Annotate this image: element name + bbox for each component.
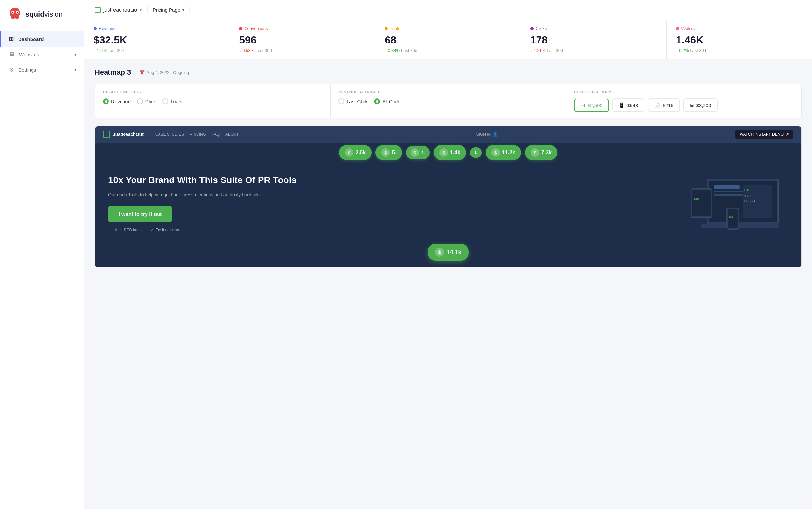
- revenue-change-arrow: ↑: [94, 48, 96, 53]
- hero-cta-button[interactable]: I want to try it out: [108, 206, 172, 223]
- user-icon: 👤: [493, 132, 497, 137]
- conversions-change: ↓ 0.58% Last 30d: [239, 48, 366, 53]
- svg-text:618: 618: [729, 215, 734, 218]
- revenue-change: ↑ 1.6% Last 30d: [94, 48, 221, 53]
- svg-point-4: [17, 12, 18, 13]
- bubble-dollar-icon: $: [491, 148, 500, 157]
- websites-icon: 🖥: [9, 51, 14, 58]
- heatmap-header: Heatmap 3 📅 Aug 4, 2022 - Ongoing: [95, 68, 802, 77]
- heatmap-date: 📅 Aug 4, 2022 - Ongoing: [135, 68, 193, 77]
- bubble-7: $ 7.3k: [525, 145, 557, 160]
- clicks-value: 178: [530, 34, 657, 46]
- logo: squidvision: [0, 0, 84, 29]
- sidebar-item-websites[interactable]: 🖥 Websites ▾: [0, 47, 84, 62]
- trials-change-period: Last 30d: [401, 48, 417, 53]
- bubble-6: $ 11.2k: [486, 145, 521, 160]
- radio-trials-label: Trials: [170, 99, 182, 104]
- radio-last-click-circle: [338, 98, 344, 104]
- clicks-change-pct: 1.21%: [534, 48, 546, 53]
- svg-text:80  221: 80 221: [744, 199, 755, 203]
- other-device-icon: ⊟: [690, 102, 694, 108]
- hero-sub: Outreach Tools to help you get huge pres…: [108, 191, 675, 198]
- bubble-1-value: 2.5k: [356, 150, 366, 156]
- device-buttons: 🖥 $2,592 📱 $543 📄 $215 ⊟: [574, 98, 793, 112]
- visitors-change-arrow: ↑: [676, 48, 678, 53]
- preview-cta-nav: WATCH INSTANT DEMO ↗: [735, 130, 793, 139]
- metric-label-trials: Trials: [385, 26, 512, 31]
- metric-label-clicks: Clicks: [530, 26, 657, 31]
- chevron-down-icon: ▾: [74, 52, 76, 57]
- nav-pricing: PRICING: [190, 132, 206, 137]
- bubble-4-value: 1.4k: [450, 150, 460, 156]
- site-active-dot: [95, 7, 101, 13]
- bubble-1: $ 2.5k: [339, 145, 371, 160]
- clicks-change-period: Last 30d: [547, 48, 563, 53]
- bottom-bubble-value: 14.1k: [447, 249, 461, 256]
- clicks-label-text: Clicks: [535, 26, 547, 31]
- device-heatmaps-group: DEVICE HEATMAPS 🖥 $2,592 📱 $543 📄 $21: [566, 84, 801, 118]
- bottom-bubble: $ 14.1k: [428, 244, 468, 261]
- radio-all-click-circle: [374, 98, 380, 104]
- metric-card-conversions: Conversions 596 ↓ 0.58% Last 30d: [230, 20, 376, 59]
- device-tablet-value: $215: [662, 103, 673, 108]
- bubble-dollar-icon: $: [531, 148, 539, 157]
- preview-hero: 10x Your Brand With This Suite Of PR Too…: [95, 163, 801, 241]
- visitors-change: ↑ 0.2% Last 30d: [676, 48, 803, 53]
- page-selector[interactable]: Pricing Page ▾: [147, 5, 190, 15]
- page-name: Pricing Page: [153, 7, 180, 13]
- bubble-dollar-icon: $: [440, 148, 448, 157]
- trials-label-text: Trials: [390, 26, 400, 31]
- sidebar-item-settings[interactable]: ⚙ Settings ▾: [0, 62, 84, 77]
- heatmap-date-text: Aug 4, 2022 - Ongoing: [147, 70, 189, 75]
- hero-feature-1: ✓ Huge SEO boost: [108, 228, 142, 232]
- check-icon-2: ✓: [151, 228, 154, 232]
- bubble-3: $ 1.: [406, 146, 430, 159]
- svg-text:618: 618: [694, 197, 699, 201]
- check-icon-1: ✓: [108, 228, 111, 232]
- sidebar-item-label: Dashboard: [18, 36, 43, 42]
- revenue-attrib-label: REVENUE ATTRIBU E: [338, 90, 558, 94]
- preview-navbar: JustReachOut CASE STUDIES PRICING FAQ AB…: [95, 126, 801, 142]
- clicks-change: ↓ 1.21% Last 30d: [530, 48, 657, 53]
- device-desktop-value: $2,592: [588, 103, 603, 108]
- trials-change-arrow: ↑: [385, 48, 387, 53]
- metrics-row: Revenue $32.5K ↑ 1.6% Last 30d Conversio…: [85, 20, 812, 59]
- conversions-dot: [239, 27, 242, 30]
- feature-2-text: Try it risk free: [156, 228, 179, 232]
- radio-all-click[interactable]: All Click: [374, 98, 399, 104]
- logo-text: squidvision: [25, 10, 63, 19]
- dashboard-icon: ⊞: [9, 35, 14, 42]
- preview-signin: SIGN IN 👤: [477, 132, 498, 137]
- signin-label: SIGN IN: [477, 132, 491, 137]
- device-heatmaps-label: DEVICE HEATMAPS: [574, 90, 793, 94]
- revenue-dot: [94, 27, 97, 30]
- squidvision-logo-icon: [8, 7, 22, 22]
- radio-last-click[interactable]: Last Click: [338, 98, 368, 104]
- svg-rect-9: [714, 195, 746, 196]
- site-selector[interactable]: justreachout.io ▾: [95, 7, 142, 13]
- revenue-value: $32.5K: [94, 34, 221, 46]
- radio-trials[interactable]: Trials: [162, 98, 182, 104]
- default-metrics-label: DEFAULT METRICS: [103, 90, 323, 94]
- device-btn-desktop[interactable]: 🖥 $2,592: [574, 99, 609, 112]
- external-link-icon: ↗: [786, 132, 789, 137]
- svg-text:618: 618: [744, 188, 750, 192]
- device-btn-tablet[interactable]: 📄 $215: [648, 98, 680, 112]
- metric-label-revenue: Revenue: [94, 26, 221, 31]
- radio-click[interactable]: Click: [137, 98, 156, 104]
- preview-logo-icon: [103, 131, 110, 138]
- trials-change: ↑ 0.34% Last 30d: [385, 48, 512, 53]
- bottom-bubble-dollar: $: [435, 248, 444, 257]
- sidebar-item-dashboard[interactable]: ⊞ Dashboard: [0, 31, 84, 47]
- device-btn-other[interactable]: ⊟ $3,200: [683, 98, 718, 112]
- heatmap-preview: JustReachOut CASE STUDIES PRICING FAQ AB…: [95, 126, 802, 268]
- trials-dot: [385, 27, 388, 30]
- metric-card-trials: Trials 68 ↑ 0.34% Last 30d: [376, 20, 521, 59]
- hero-headline: 10x Your Brand With This Suite Of PR Too…: [108, 174, 675, 186]
- radio-revenue[interactable]: Revenue: [103, 98, 131, 104]
- bubble-5: k: [470, 147, 482, 158]
- visitors-dot: [676, 27, 679, 30]
- metric-label-conversions: Conversions: [239, 26, 366, 31]
- device-btn-mobile[interactable]: 📱 $543: [612, 98, 644, 112]
- nav-faq: FAQ: [212, 132, 220, 137]
